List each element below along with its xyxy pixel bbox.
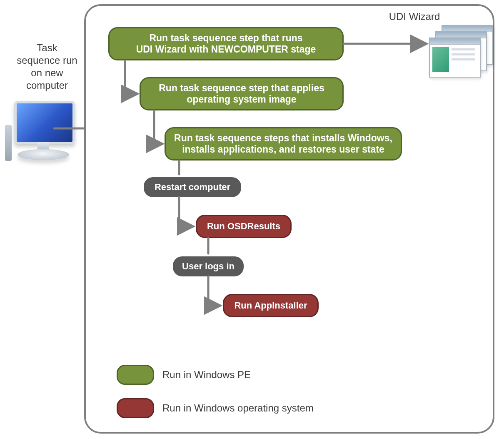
connectors xyxy=(0,0,504,439)
